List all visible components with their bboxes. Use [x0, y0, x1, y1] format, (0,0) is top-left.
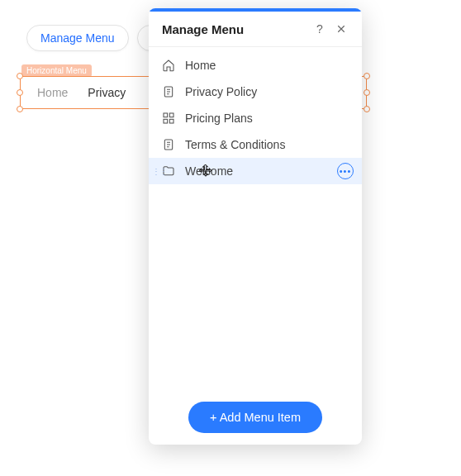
- page-icon: [162, 85, 175, 98]
- menu-item-terms[interactable]: Terms & Conditions: [149, 131, 362, 158]
- resize-handle[interactable]: [17, 106, 23, 112]
- close-icon[interactable]: [334, 21, 349, 36]
- menu-items-list: Home Privacy Policy Pricing Plans Terms …: [149, 47, 362, 390]
- resize-handle[interactable]: [364, 73, 370, 79]
- menu-item-home[interactable]: Home: [149, 52, 362, 79]
- svg-rect-2: [169, 113, 173, 117]
- help-icon[interactable]: ?: [312, 21, 327, 36]
- menu-preview-item[interactable]: Home: [37, 86, 68, 99]
- resize-handle[interactable]: [364, 106, 370, 112]
- menu-item-welcome[interactable]: ⋮⋮ Welcome •••: [149, 158, 362, 184]
- panel-title: Manage Menu: [162, 22, 306, 36]
- home-icon: [162, 59, 175, 72]
- menu-item-privacy[interactable]: Privacy Policy: [149, 79, 362, 105]
- grid-icon: [162, 112, 175, 125]
- add-menu-item-button[interactable]: + Add Menu Item: [188, 402, 322, 433]
- drag-grip-icon[interactable]: ⋮⋮: [152, 167, 167, 176]
- manage-menu-panel: Manage Menu ? Home Privacy Policy: [149, 8, 362, 445]
- menu-item-label: Terms & Conditions: [185, 138, 285, 151]
- svg-rect-1: [164, 113, 168, 117]
- menu-preview-item[interactable]: Privacy: [88, 86, 126, 99]
- menu-item-label: Welcome: [185, 164, 233, 178]
- resize-handle[interactable]: [17, 89, 23, 96]
- resize-handle[interactable]: [17, 73, 23, 79]
- svg-rect-4: [169, 119, 173, 123]
- menu-item-label: Pricing Plans: [185, 112, 253, 125]
- manage-menu-pill[interactable]: Manage Menu: [26, 25, 129, 51]
- selection-badge: Horizontal Menu: [21, 64, 92, 77]
- menu-item-label: Home: [185, 59, 216, 72]
- svg-rect-3: [164, 119, 168, 123]
- menu-item-label: Privacy Policy: [185, 85, 257, 98]
- resize-handle[interactable]: [364, 89, 370, 96]
- more-options-icon[interactable]: •••: [337, 163, 354, 179]
- page-icon: [162, 138, 175, 151]
- menu-item-pricing[interactable]: Pricing Plans: [149, 105, 362, 131]
